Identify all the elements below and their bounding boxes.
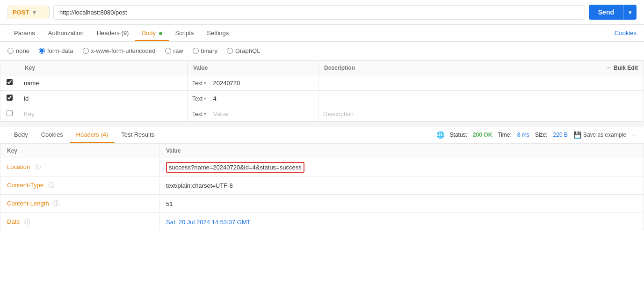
time-label: Time: bbox=[498, 132, 512, 138]
row3-type-value: Text ▾ Value bbox=[188, 106, 318, 122]
row1-checkbox-cell[interactable] bbox=[0, 75, 19, 91]
req-th-value: Value bbox=[188, 61, 318, 75]
table-row: Key Text ▾ Value Description bbox=[0, 106, 644, 122]
row2-type-value: Text ▾ 4 bbox=[188, 91, 318, 106]
resp-tab-test-results[interactable]: Test Results bbox=[115, 126, 161, 143]
globe-icon: 🌐 bbox=[436, 131, 444, 139]
req-th-checkbox bbox=[0, 61, 19, 75]
req-th-desc: Description ··· Bulk Edit bbox=[318, 61, 644, 75]
row2-checkbox-cell[interactable] bbox=[0, 91, 19, 106]
row1-key[interactable]: name bbox=[19, 75, 188, 91]
resp-row4-value: Sat, 20 Jul 2024 14:53:37 GMT bbox=[159, 213, 644, 231]
row3-checkbox-cell[interactable] bbox=[0, 106, 19, 122]
resp-row4-key: Date ⓘ bbox=[0, 213, 159, 231]
row2-type-dropdown[interactable]: Text ▾ bbox=[192, 95, 206, 102]
info-icon[interactable]: ⓘ bbox=[53, 200, 59, 207]
tab-scripts[interactable]: Scripts bbox=[169, 25, 201, 41]
cookies-link[interactable]: Cookies bbox=[615, 29, 637, 37]
size-value: 220 B bbox=[553, 132, 568, 138]
resp-th-value: Value bbox=[159, 144, 644, 158]
resp-tab-headers[interactable]: Headers (4) bbox=[70, 126, 115, 143]
radio-raw[interactable]: raw bbox=[165, 47, 183, 54]
tab-body[interactable]: Body bbox=[135, 25, 168, 41]
table-row: Content-Type ⓘ text/plain;charset=UTF-8 bbox=[0, 176, 644, 195]
radio-graphql[interactable]: GraphQL bbox=[227, 47, 260, 54]
body-type-group: none form-data x-www-form-urlencoded raw… bbox=[0, 42, 644, 60]
resp-row3-key: Content-Length ⓘ bbox=[0, 195, 159, 213]
row2-key[interactable]: id bbox=[19, 91, 188, 106]
table-row: Location ⓘ success?name=20240720&id=4&st… bbox=[0, 158, 644, 176]
table-row: name Text ▾ 20240720 bbox=[0, 75, 644, 91]
section-divider bbox=[0, 122, 644, 126]
send-dropdown-button[interactable]: ▾ bbox=[623, 5, 637, 20]
status-value: 200 OK bbox=[473, 132, 492, 138]
radio-form-data[interactable]: form-data bbox=[39, 47, 73, 54]
req-th-key: Key bbox=[19, 61, 188, 75]
status-label: Status: bbox=[450, 132, 467, 138]
highlighted-response-value: success?name=20240720&id=4&status=succes… bbox=[166, 162, 304, 173]
response-tabs-bar: Body Cookies Headers (4) Test Results 🌐 … bbox=[0, 126, 644, 143]
row1-type-chevron: ▾ bbox=[204, 81, 206, 86]
row2-desc[interactable] bbox=[318, 91, 644, 106]
request-body-table: Key Value Description ··· Bulk Edit name bbox=[0, 60, 644, 122]
resp-row2-value: text/plain;charset=UTF-8 bbox=[159, 176, 644, 195]
table-row: Content-Length ⓘ 51 bbox=[0, 195, 644, 213]
tab-settings[interactable]: Settings bbox=[200, 25, 235, 41]
row3-key[interactable]: Key bbox=[19, 106, 188, 122]
resp-row2-key: Content-Type ⓘ bbox=[0, 176, 159, 195]
bulk-edit-menu[interactable]: ··· Bulk Edit bbox=[606, 65, 638, 71]
method-select[interactable]: POST ▾ bbox=[7, 6, 50, 19]
row1-desc[interactable] bbox=[318, 75, 644, 91]
resp-tab-cookies[interactable]: Cookies bbox=[35, 126, 70, 143]
resp-tab-body[interactable]: Body bbox=[7, 126, 35, 143]
radio-urlencoded[interactable]: x-www-form-urlencoded bbox=[83, 47, 156, 54]
info-icon[interactable]: ⓘ bbox=[48, 182, 54, 189]
save-as-example-button[interactable]: 💾 Save as example bbox=[573, 131, 626, 139]
resp-row1-key: Location ⓘ bbox=[0, 158, 159, 176]
row1-type-value: Text ▾ 20240720 bbox=[188, 75, 318, 91]
method-chevron-icon: ▾ bbox=[33, 9, 36, 16]
radio-binary[interactable]: binary bbox=[193, 47, 217, 54]
send-button[interactable]: Send bbox=[589, 5, 623, 20]
resp-th-key: Key bbox=[0, 144, 159, 158]
tab-authorization[interactable]: Authorization bbox=[42, 25, 90, 41]
size-label: Size: bbox=[535, 132, 548, 138]
row1-type-dropdown[interactable]: Text ▾ bbox=[192, 80, 206, 87]
send-button-group: Send ▾ bbox=[589, 5, 637, 20]
row1-checkbox[interactable] bbox=[7, 79, 13, 85]
top-bar: POST ▾ Send ▾ bbox=[0, 0, 644, 25]
response-more-menu[interactable]: ··· bbox=[632, 132, 637, 138]
body-active-dot bbox=[159, 32, 162, 35]
save-icon: 💾 bbox=[573, 131, 581, 139]
info-icon[interactable]: ⓘ bbox=[24, 218, 30, 225]
response-meta: 🌐 Status: 200 OK Time: 8 ms Size: 220 B … bbox=[436, 131, 637, 139]
resp-row3-value: 51 bbox=[159, 195, 644, 213]
time-value: 8 ms bbox=[517, 132, 529, 138]
row3-type-dropdown[interactable]: Text ▾ bbox=[192, 111, 206, 117]
response-headers-table: Key Value Location ⓘ success?name=202407… bbox=[0, 143, 644, 231]
row3-type-chevron: ▾ bbox=[204, 111, 206, 117]
row2-checkbox[interactable] bbox=[7, 95, 13, 101]
tab-headers[interactable]: Headers (9) bbox=[90, 25, 136, 41]
resp-row1-value: success?name=20240720&id=4&status=succes… bbox=[159, 158, 644, 176]
row3-desc[interactable]: Description bbox=[318, 106, 644, 122]
table-row: Date ⓘ Sat, 20 Jul 2024 14:53:37 GMT bbox=[0, 213, 644, 231]
row3-checkbox[interactable] bbox=[7, 110, 13, 116]
table-row: id Text ▾ 4 bbox=[0, 91, 644, 106]
info-icon[interactable]: ⓘ bbox=[35, 163, 41, 170]
url-input[interactable] bbox=[53, 5, 585, 20]
row2-type-chevron: ▾ bbox=[204, 96, 206, 101]
radio-none[interactable]: none bbox=[7, 47, 29, 54]
method-label: POST bbox=[13, 9, 29, 16]
tab-params[interactable]: Params bbox=[7, 25, 42, 41]
request-tabs-bar: Params Authorization Headers (9) Body Sc… bbox=[0, 25, 644, 42]
